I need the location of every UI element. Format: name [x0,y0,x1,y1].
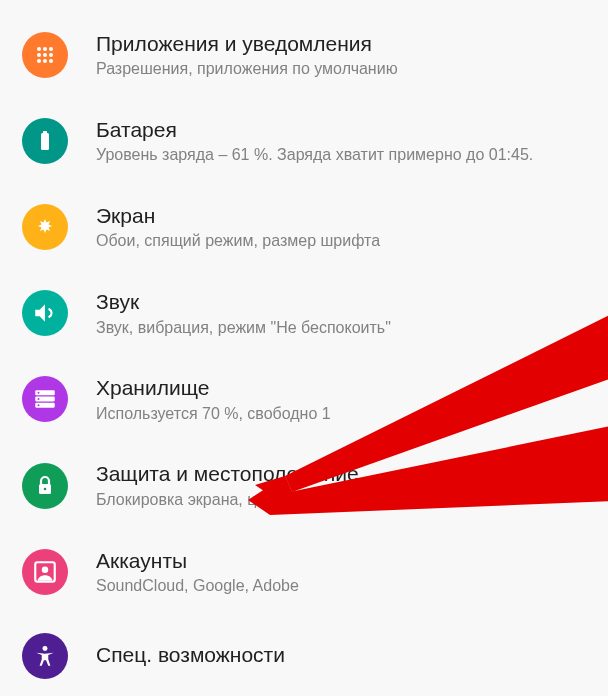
setting-subtitle: Уровень заряда – 61 %. Заряда хватит при… [96,145,533,166]
svg-rect-10 [43,131,47,134]
svg-point-14 [38,392,40,394]
settings-item-sound[interactable]: Звук Звук, вибрация, режим "Не беспокоит… [0,270,608,356]
apps-icon [22,32,68,78]
setting-subtitle: Используется 70 %, свободно 1 [96,404,331,425]
text-block: Хранилище Используется 70 %, свободно 1 [96,374,331,424]
setting-title: Хранилище [96,374,331,401]
storage-icon [22,376,68,422]
setting-title: Спец. возможности [96,641,285,668]
setting-title: Приложения и уведомления [96,30,398,57]
svg-point-15 [38,398,40,400]
setting-title: Звук [96,288,391,315]
svg-point-21 [43,646,48,651]
setting-subtitle: Обои, спящий режим, размер шрифта [96,231,380,252]
setting-title: Защита и местоположение [96,460,400,487]
setting-subtitle: Звук, вибрация, режим "Не беспокоить" [96,318,391,339]
text-block: Защита и местоположение Блокировка экран… [96,460,400,510]
setting-subtitle: SoundCloud, Google, Adobe [96,576,299,597]
lock-icon [22,463,68,509]
text-block: Батарея Уровень заряда – 61 %. Заряда хв… [96,116,533,166]
text-block: Приложения и уведомления Разрешения, при… [96,30,398,80]
svg-point-6 [37,59,41,63]
setting-subtitle: Разрешения, приложения по умолчанию [96,59,398,80]
svg-point-20 [42,566,49,573]
svg-point-5 [49,53,53,57]
account-icon [22,549,68,595]
svg-point-7 [43,59,47,63]
text-block: Аккаунты SoundCloud, Google, Adobe [96,547,299,597]
sound-icon [22,290,68,336]
svg-point-4 [43,53,47,57]
settings-item-security[interactable]: Защита и местоположение Блокировка экран… [0,442,608,528]
settings-item-storage[interactable]: Хранилище Используется 70 %, свободно 1 [0,356,608,442]
battery-icon [22,118,68,164]
text-block: Спец. возможности [96,641,285,670]
settings-item-apps[interactable]: Приложения и уведомления Разрешения, при… [0,12,608,98]
svg-point-16 [38,405,40,407]
settings-item-accounts[interactable]: Аккаунты SoundCloud, Google, Adobe [0,529,608,615]
accessibility-icon [22,633,68,679]
svg-rect-9 [41,133,49,150]
svg-point-18 [44,487,47,490]
setting-subtitle: Блокировка экрана, цифровой отпечаток [96,490,400,511]
text-block: Экран Обои, спящий режим, размер шрифта [96,202,380,252]
display-icon [22,204,68,250]
setting-title: Аккаунты [96,547,299,574]
svg-point-2 [49,47,53,51]
svg-point-0 [37,47,41,51]
setting-title: Батарея [96,116,533,143]
settings-item-display[interactable]: Экран Обои, спящий режим, размер шрифта [0,184,608,270]
svg-point-3 [37,53,41,57]
svg-point-8 [49,59,53,63]
setting-title: Экран [96,202,380,229]
settings-list: Приложения и уведомления Разрешения, при… [0,0,608,696]
settings-item-accessibility[interactable]: Спец. возможности [0,615,608,696]
text-block: Звук Звук, вибрация, режим "Не беспокоит… [96,288,391,338]
settings-item-battery[interactable]: Батарея Уровень заряда – 61 %. Заряда хв… [0,98,608,184]
svg-point-1 [43,47,47,51]
